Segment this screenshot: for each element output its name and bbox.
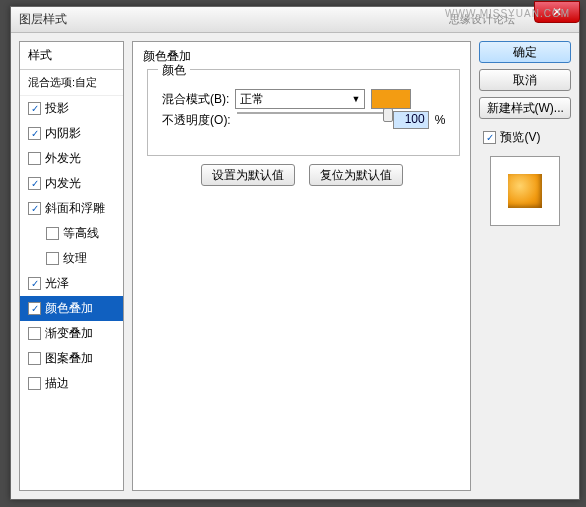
- style-item-label: 等高线: [63, 225, 99, 242]
- action-panel: 确定 取消 新建样式(W)... 预览(V): [479, 41, 571, 491]
- opacity-input[interactable]: 100: [393, 111, 429, 129]
- preview-box: [490, 156, 560, 226]
- style-checkbox[interactable]: [28, 202, 41, 215]
- style-item-label: 光泽: [45, 275, 69, 292]
- style-item-label: 渐变叠加: [45, 325, 93, 342]
- dialog-window: 图层样式 思缘设计论坛 ✕ 样式 混合选项:自定 投影内阴影外发光内发光斜面和浮…: [10, 6, 580, 500]
- style-item-label: 外发光: [45, 150, 81, 167]
- style-checkbox[interactable]: [28, 277, 41, 290]
- style-item-7[interactable]: 光泽: [20, 271, 123, 296]
- style-item-8[interactable]: 颜色叠加: [20, 296, 123, 321]
- style-item-11[interactable]: 描边: [20, 371, 123, 396]
- style-item-10[interactable]: 图案叠加: [20, 346, 123, 371]
- style-item-label: 描边: [45, 375, 69, 392]
- style-checkbox[interactable]: [28, 352, 41, 365]
- style-checkbox[interactable]: [28, 327, 41, 340]
- style-item-0[interactable]: 投影: [20, 96, 123, 121]
- style-item-label: 内发光: [45, 175, 81, 192]
- style-item-label: 斜面和浮雕: [45, 200, 105, 217]
- style-item-label: 投影: [45, 100, 69, 117]
- style-checkbox[interactable]: [46, 227, 59, 240]
- style-item-1[interactable]: 内阴影: [20, 121, 123, 146]
- reset-default-button[interactable]: 复位为默认值: [309, 164, 403, 186]
- style-checkbox[interactable]: [28, 102, 41, 115]
- style-checkbox[interactable]: [28, 302, 41, 315]
- preview-checkbox[interactable]: [483, 131, 496, 144]
- fieldset-legend: 颜色: [158, 62, 190, 79]
- ok-button[interactable]: 确定: [479, 41, 571, 63]
- style-item-9[interactable]: 渐变叠加: [20, 321, 123, 346]
- blend-options-row[interactable]: 混合选项:自定: [20, 70, 123, 96]
- blend-mode-value: 正常: [240, 91, 264, 108]
- style-item-2[interactable]: 外发光: [20, 146, 123, 171]
- style-checkbox[interactable]: [28, 377, 41, 390]
- style-item-4[interactable]: 斜面和浮雕: [20, 196, 123, 221]
- style-checkbox[interactable]: [28, 152, 41, 165]
- new-style-button[interactable]: 新建样式(W)...: [479, 97, 571, 119]
- preview-swatch: [508, 174, 542, 208]
- opacity-slider[interactable]: [237, 112, 387, 114]
- opacity-slider-thumb[interactable]: [383, 108, 393, 122]
- style-item-3[interactable]: 内发光: [20, 171, 123, 196]
- style-item-label: 纹理: [63, 250, 87, 267]
- color-swatch[interactable]: [371, 89, 411, 109]
- styles-header: 样式: [20, 42, 123, 70]
- set-default-button[interactable]: 设置为默认值: [201, 164, 295, 186]
- cancel-button[interactable]: 取消: [479, 69, 571, 91]
- blend-mode-select[interactable]: 正常 ▼: [235, 89, 365, 109]
- style-item-6[interactable]: 纹理: [20, 246, 123, 271]
- style-item-label: 内阴影: [45, 125, 81, 142]
- blend-mode-label: 混合模式(B):: [162, 91, 229, 108]
- opacity-label: 不透明度(O):: [162, 112, 231, 129]
- pct-label: %: [435, 113, 446, 127]
- style-item-label: 颜色叠加: [45, 300, 93, 317]
- section-title: 颜色叠加: [143, 48, 460, 65]
- style-checkbox[interactable]: [28, 127, 41, 140]
- settings-panel: 颜色叠加 颜色 混合模式(B): 正常 ▼ 不透明度(O):: [132, 41, 471, 491]
- watermark: WWW.MISSYUAN.COM: [445, 8, 570, 19]
- style-item-label: 图案叠加: [45, 350, 93, 367]
- style-checkbox[interactable]: [28, 177, 41, 190]
- preview-label: 预览(V): [500, 129, 540, 146]
- chevron-down-icon: ▼: [351, 94, 360, 104]
- window-title: 图层样式: [15, 11, 67, 28]
- style-checkbox[interactable]: [46, 252, 59, 265]
- color-fieldset: 颜色 混合模式(B): 正常 ▼ 不透明度(O): 100: [147, 69, 460, 156]
- styles-list-panel: 样式 混合选项:自定 投影内阴影外发光内发光斜面和浮雕等高线纹理光泽颜色叠加渐变…: [19, 41, 124, 491]
- style-item-5[interactable]: 等高线: [20, 221, 123, 246]
